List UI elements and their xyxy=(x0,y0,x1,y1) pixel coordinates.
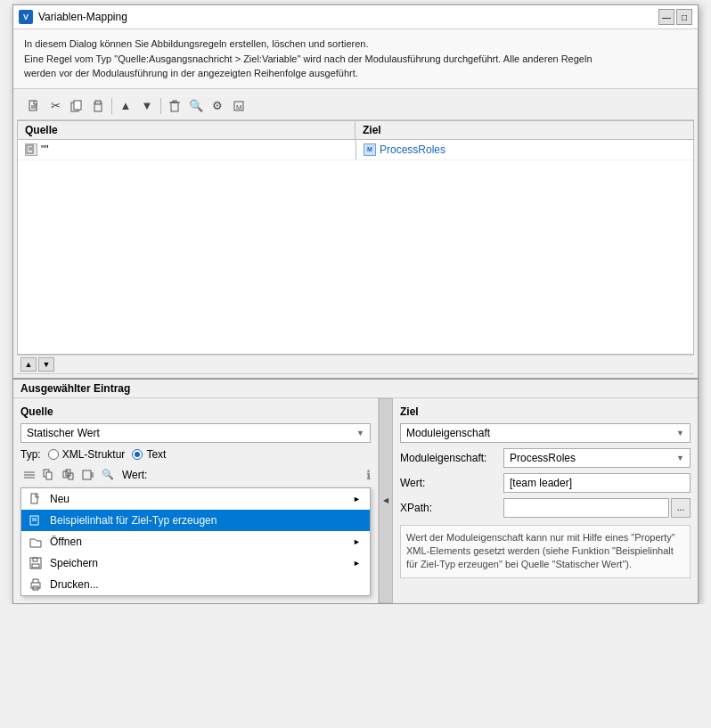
info-icon[interactable]: ℹ xyxy=(366,468,371,482)
moduleigenschaft-value: ProcessRoles xyxy=(510,452,576,464)
wert-btn4[interactable] xyxy=(79,466,97,484)
xpath-label: XPath: xyxy=(400,502,498,514)
svg-rect-9 xyxy=(173,101,176,102)
cut-button[interactable]: ✂ xyxy=(45,96,65,116)
table-header: Quelle Ziel xyxy=(18,121,693,140)
sep1 xyxy=(111,98,112,114)
quelle-dropdown[interactable]: Statischer Wert ▼ xyxy=(20,423,371,443)
menu-item-drucken[interactable]: Drucken... xyxy=(21,574,370,595)
xpath-row: XPath: ... xyxy=(400,498,691,518)
header-quelle: Quelle xyxy=(18,121,356,139)
info-line1: In diesem Dialog können Sie Abbildungsre… xyxy=(24,37,687,52)
app-icon: V xyxy=(19,10,33,24)
xpath-field-group: ... xyxy=(503,498,691,518)
quelle-panel: Quelle Statischer Wert ▼ Typ: XML-Strukt… xyxy=(13,398,379,603)
moduleigenschaft-dropdown[interactable]: ProcessRoles ▼ xyxy=(503,448,691,468)
ziel-panel-label: Ziel xyxy=(400,405,691,418)
wert-btn1[interactable] xyxy=(20,466,38,484)
ziel-form: Moduleigenschaft: ProcessRoles ▼ Wert: X… xyxy=(400,448,691,518)
menu-item-speichern[interactable]: Speichern ► xyxy=(21,552,370,574)
collapse-button[interactable]: ▼ xyxy=(38,357,54,372)
copy-button[interactable] xyxy=(67,96,86,116)
speichern-arrow: ► xyxy=(353,559,361,568)
wert-label: Wert: xyxy=(122,469,147,481)
menu-drucken-label: Drucken... xyxy=(50,578,99,591)
radio-text-group[interactable]: Text xyxy=(132,448,166,461)
radio-xml-group[interactable]: XML-Struktur xyxy=(48,448,126,461)
sep2 xyxy=(160,98,161,114)
window-title: Variablen-Mapping xyxy=(38,11,653,23)
radio-text[interactable] xyxy=(132,449,143,460)
wert-form-label: Wert: xyxy=(400,477,498,489)
move-down-button[interactable]: ▼ xyxy=(137,96,157,116)
settings-button[interactable]: ⚙ xyxy=(208,96,227,116)
main-toolbar: ✂ ▲ ▼ 🔍 ⚙ M xyxy=(17,93,694,120)
new-button[interactable] xyxy=(24,96,44,116)
info-line3: werden vor der Modulausführung in der an… xyxy=(24,66,687,81)
maximize-button[interactable]: □ xyxy=(676,9,692,25)
target-cell: M ProcessRoles xyxy=(356,140,693,160)
minimize-button[interactable]: — xyxy=(658,9,674,25)
wert-input[interactable] xyxy=(503,473,691,493)
mapping-content-area: "" M ProcessRoles xyxy=(18,140,693,354)
wert-search-btn[interactable]: 🔍 xyxy=(99,466,117,484)
module-button[interactable]: M xyxy=(229,96,249,116)
selected-entry-title: Ausgewählter Eintrag xyxy=(13,380,698,398)
main-area: ✂ ▲ ▼ 🔍 ⚙ M Quelle Ziel xyxy=(13,89,698,378)
source-cell: "" xyxy=(18,140,356,160)
drucken-icon xyxy=(29,577,43,592)
svg-rect-33 xyxy=(33,558,37,561)
context-menu: Neu ► Beispielinhalt für Ziel-Typ erzeug… xyxy=(20,487,371,596)
menu-neu-label: Neu xyxy=(50,493,69,505)
xpath-button[interactable]: ... xyxy=(671,498,691,518)
panel-collapse-btn[interactable]: ◀ xyxy=(379,398,393,603)
radio-xml-label: XML-Struktur xyxy=(62,448,126,461)
table-row[interactable]: "" M ProcessRoles xyxy=(18,140,693,160)
svg-rect-23 xyxy=(83,470,91,479)
main-window: V Variablen-Mapping — □ In diesem Dialog… xyxy=(12,4,699,604)
wert-btn2[interactable] xyxy=(40,466,58,484)
target-value: ProcessRoles xyxy=(380,143,445,156)
moduleigenschaft-row: Moduleigenschaft: ProcessRoles ▼ xyxy=(400,448,691,468)
menu-oeffnen-label: Öffnen xyxy=(50,536,82,548)
menu-item-neu[interactable]: Neu ► xyxy=(21,488,370,510)
speichern-icon xyxy=(29,556,43,570)
oeffnen-arrow: ► xyxy=(353,537,361,546)
ziel-info-text: Wert der Moduleigenschaft kann nur mit H… xyxy=(400,525,691,578)
target-icon: M xyxy=(364,143,376,156)
svg-rect-32 xyxy=(32,564,39,568)
bottom-panels: Quelle Statischer Wert ▼ Typ: XML-Strukt… xyxy=(13,398,698,603)
typ-row: Typ: XML-Struktur Text xyxy=(20,448,371,461)
wert-btn3[interactable] xyxy=(60,466,78,484)
quelle-panel-label: Quelle xyxy=(20,405,371,418)
svg-rect-19 xyxy=(46,472,52,479)
radio-xml[interactable] xyxy=(48,449,59,460)
search-button[interactable]: 🔍 xyxy=(186,96,206,116)
wert-toolbar: 🔍 Wert: ℹ xyxy=(20,466,371,484)
svg-rect-27 xyxy=(31,494,37,503)
source-value: "" xyxy=(41,143,49,156)
ziel-dropdown-arrow: ▼ xyxy=(676,429,684,438)
delete-button[interactable] xyxy=(165,96,184,116)
svg-text:M: M xyxy=(236,103,242,111)
paste-button[interactable] xyxy=(88,96,108,116)
menu-item-beispielinhalt[interactable]: Beispielinhalt für Ziel-Typ erzeugen xyxy=(21,510,370,531)
svg-rect-6 xyxy=(95,101,101,104)
menu-speichern-label: Speichern xyxy=(50,557,98,569)
moduleigenschaft-arrow: ▼ xyxy=(676,454,684,462)
neu-arrow: ► xyxy=(353,495,361,503)
bottom-section: Ausgewählter Eintrag Quelle Statischer W… xyxy=(13,378,698,603)
window-controls: — □ xyxy=(658,9,692,25)
menu-beispielinhalt-label: Beispielinhalt für Ziel-Typ erzeugen xyxy=(50,514,217,527)
expand-button[interactable]: ▲ xyxy=(20,357,37,372)
ziel-panel: Ziel Moduleigenschaft ▼ Moduleigenschaft… xyxy=(393,398,698,603)
typ-label: Typ: xyxy=(20,448,41,461)
info-panel: In diesem Dialog können Sie Abbildungsre… xyxy=(13,29,698,89)
beispielinhalt-icon xyxy=(29,513,43,528)
move-up-button[interactable]: ▲ xyxy=(116,96,135,116)
ziel-dropdown[interactable]: Moduleigenschaft ▼ xyxy=(400,423,691,443)
radio-text-label: Text xyxy=(146,448,166,461)
menu-item-oeffnen[interactable]: Öffnen ► xyxy=(21,531,370,552)
radio-text-dot xyxy=(135,452,140,457)
xpath-input[interactable] xyxy=(503,498,669,518)
